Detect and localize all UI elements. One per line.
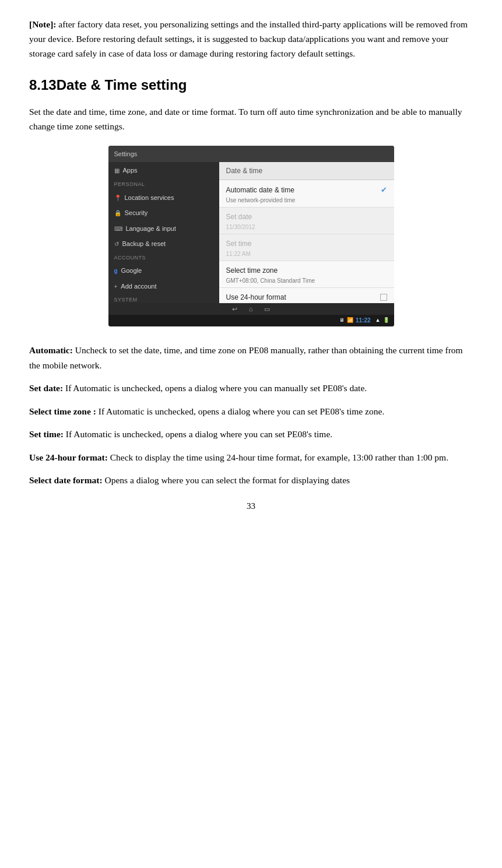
body-text-setdate: If Automatic is unchecked, opens a dialo… xyxy=(63,383,367,393)
screen-titlebar: Settings xyxy=(108,146,394,162)
signal-icon: 📶 xyxy=(347,317,353,325)
add-account-icon: + xyxy=(114,282,118,291)
setting-row-24hour[interactable]: Use 24-hour format 1:00 pm xyxy=(219,288,394,303)
content-title: Date & time xyxy=(219,162,394,180)
body-text-settime: If Automatic is unchecked, opens a dialo… xyxy=(64,429,332,439)
recents-nav-icon[interactable]: ▭ xyxy=(264,304,270,314)
language-icon: ⌨ xyxy=(114,224,122,233)
sidebar: ▦ Apps PERSONAL 📍 Location services 🔒 Se… xyxy=(108,162,219,303)
body-label-timezone: Select time zone : xyxy=(29,406,96,416)
sidebar-item-google-label: Google xyxy=(121,266,142,276)
body-paragraph-setdate: Set date: If Automatic is unchecked, ope… xyxy=(29,381,473,396)
sidebar-item-backup[interactable]: ↺ Backup & reset xyxy=(108,236,219,252)
titlebar-label: Settings xyxy=(114,149,138,159)
setting-row-automatic[interactable]: Automatic date & time ✔ Use network-prov… xyxy=(219,180,394,208)
note-block: [Note]: after factory data reset, you pe… xyxy=(29,17,473,61)
nav-bar: ↩ ⌂ ▭ xyxy=(108,303,394,315)
setting-row-setdate[interactable]: Set date 11/30/2012 xyxy=(219,208,394,234)
setting-row-settime-subtitle: 11:22 AM xyxy=(226,249,387,258)
body-text-24hour: Check to display the time using 24-hour … xyxy=(108,452,448,462)
body-label-automatic: Automatic: xyxy=(29,345,73,355)
screenshot-container: Settings ▦ Apps PERSONAL 📍 Location serv… xyxy=(29,146,473,326)
screen-icon: 🖥 xyxy=(339,317,345,325)
android-screen: Settings ▦ Apps PERSONAL 📍 Location serv… xyxy=(108,146,394,326)
setting-row-timezone[interactable]: Select time zone GMT+08:00, China Standa… xyxy=(219,261,394,288)
setting-row-24hour-title: Use 24-hour format xyxy=(226,292,387,303)
status-time: 11:22 xyxy=(356,316,371,325)
body-label-settime: Set time: xyxy=(29,429,64,439)
back-nav-icon[interactable]: ↩ xyxy=(232,304,237,314)
google-icon: g xyxy=(114,266,118,275)
sidebar-item-add-account[interactable]: + Add account xyxy=(108,279,219,294)
body-paragraph-timezone: Select time zone : If Automatic is unche… xyxy=(29,404,473,419)
android-screenshot: Settings ▦ Apps PERSONAL 📍 Location serv… xyxy=(108,146,394,326)
wifi-icon: ▲ xyxy=(375,317,381,325)
setting-row-setdate-subtitle: 11/30/2012 xyxy=(226,223,387,231)
sidebar-item-google[interactable]: g Google xyxy=(108,263,219,279)
body-label-setdate: Set date: xyxy=(29,383,63,393)
checkbox-24hour[interactable] xyxy=(380,294,387,301)
checkmark-automatic: ✔ xyxy=(381,184,387,196)
sidebar-item-security-label: Security xyxy=(125,208,148,218)
accounts-section-label: ACCOUNTS xyxy=(108,252,219,263)
setting-row-setdate-title: Set date xyxy=(226,212,387,222)
backup-icon: ↺ xyxy=(114,240,119,248)
battery-icon: 🔋 xyxy=(383,317,389,325)
system-section-label: SYSTEM xyxy=(108,294,219,303)
body-label-dateformat: Select date format: xyxy=(29,475,103,485)
note-text: after factory data reset, you personaliz… xyxy=(29,19,468,58)
page-number: 33 xyxy=(29,500,473,513)
sidebar-item-location[interactable]: 📍 Location services xyxy=(108,190,219,206)
personal-section-label: PERSONAL xyxy=(108,178,219,190)
security-icon: 🔒 xyxy=(114,209,121,217)
apps-item[interactable]: ▦ Apps xyxy=(108,162,219,179)
sidebar-item-add-account-label: Add account xyxy=(121,282,156,291)
section-title: 8.13Date & Time setting xyxy=(29,75,473,96)
apps-label: Apps xyxy=(123,166,138,175)
sidebar-item-security[interactable]: 🔒 Security xyxy=(108,205,219,221)
body-text-automatic: Uncheck to set the date, time, and time … xyxy=(29,345,463,370)
sidebar-item-location-label: Location services xyxy=(125,193,174,203)
body-text-timezone: If Automatic is unchecked, opens a dialo… xyxy=(96,406,384,416)
location-icon: 📍 xyxy=(114,194,121,202)
setting-row-timezone-title: Select time zone xyxy=(226,265,387,276)
body-paragraph-automatic: Automatic: Uncheck to set the date, time… xyxy=(29,343,473,372)
status-icons: 🖥 📶 11:22 ▲ 🔋 xyxy=(339,316,389,325)
setting-row-settime[interactable]: Set time 11:22 AM xyxy=(219,234,394,261)
body-paragraph-dateformat: Select date format: Opens a dialog where… xyxy=(29,473,473,488)
setting-row-automatic-subtitle: Use network-provided time xyxy=(226,196,387,205)
body-label-24hour: Use 24-hour format: xyxy=(29,452,108,462)
setting-row-automatic-title: Automatic date & time ✔ xyxy=(226,184,387,196)
apps-icon: ▦ xyxy=(114,166,120,175)
note-label: [Note]: xyxy=(29,19,56,29)
setting-row-settime-title: Set time xyxy=(226,238,387,249)
setting-row-timezone-subtitle: GMT+08:00, China Standard Time xyxy=(226,276,387,285)
sidebar-item-language[interactable]: ⌨ Language & input xyxy=(108,221,219,237)
sidebar-item-backup-label: Backup & reset xyxy=(122,239,166,249)
screen-body: ▦ Apps PERSONAL 📍 Location services 🔒 Se… xyxy=(108,162,394,303)
main-content: Date & time Automatic date & time ✔ Use … xyxy=(219,162,394,303)
sidebar-item-language-label: Language & input xyxy=(126,224,176,234)
screen-statusbar: 🖥 📶 11:22 ▲ 🔋 xyxy=(108,315,394,326)
body-paragraph-settime: Set time: If Automatic is unchecked, ope… xyxy=(29,427,473,442)
body-paragraph-24hour: Use 24-hour format: Check to display the… xyxy=(29,450,473,465)
intro-text: Set the date and time, time zone, and da… xyxy=(29,105,473,134)
home-nav-icon[interactable]: ⌂ xyxy=(249,304,253,314)
body-text-dateformat: Opens a dialog where you can select the … xyxy=(103,475,350,485)
